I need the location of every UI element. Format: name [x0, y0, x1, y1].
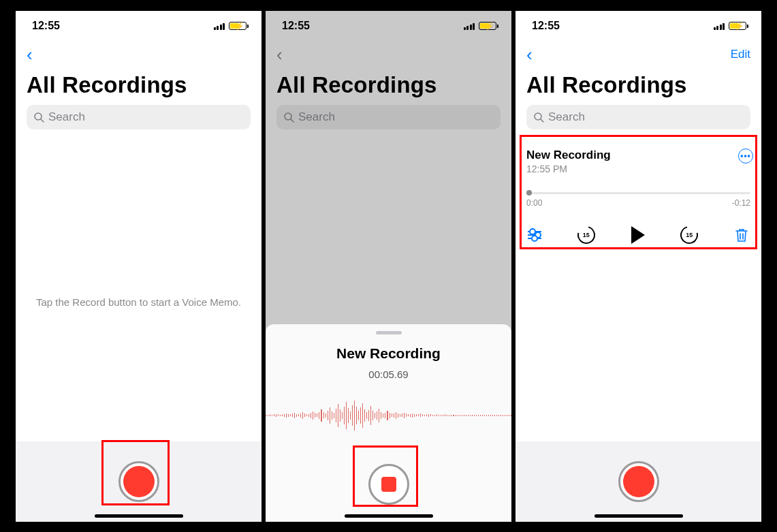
- search-placeholder: Search: [298, 110, 335, 124]
- annotation-highlight: [353, 445, 418, 507]
- home-indicator[interactable]: [594, 514, 683, 518]
- status-bar: 12:55 ⚡: [266, 11, 511, 41]
- page-title: All Recordings: [516, 68, 761, 105]
- waveform-icon: [266, 398, 511, 433]
- home-indicator[interactable]: [345, 514, 433, 518]
- page-title: All Recordings: [16, 68, 261, 105]
- record-bar: [516, 441, 761, 522]
- status-time: 12:55: [532, 20, 560, 32]
- cellular-signal-icon: [464, 22, 475, 30]
- search-icon: [283, 112, 294, 123]
- svg-line-3: [291, 119, 294, 122]
- search-input[interactable]: Search: [276, 105, 501, 129]
- annotation-highlight: [101, 440, 170, 505]
- record-start-icon: [623, 466, 654, 497]
- search-placeholder: Search: [548, 110, 585, 124]
- status-right: ⚡: [714, 22, 747, 30]
- edit-button[interactable]: Edit: [731, 48, 750, 61]
- nav-bar: ‹: [16, 41, 261, 68]
- search-icon: [33, 112, 44, 123]
- nav-bar: ‹: [266, 41, 511, 68]
- search-icon: [533, 112, 544, 123]
- screenshot-3: 12:55 ⚡ ‹ Edit All Recordings Search New…: [516, 11, 761, 522]
- nav-bar: ‹ Edit: [516, 41, 761, 68]
- status-bar: 12:55 ⚡: [516, 11, 761, 41]
- search-placeholder: Search: [48, 110, 85, 124]
- battery-icon: ⚡: [479, 22, 496, 30]
- recording-timer: 00:05.69: [266, 369, 511, 380]
- back-chevron-icon[interactable]: ‹: [526, 46, 533, 63]
- battery-icon: ⚡: [729, 22, 746, 30]
- page-title: All Recordings: [266, 68, 511, 105]
- empty-state-hint: Tap the Record button to start a Voice M…: [16, 296, 261, 308]
- screenshot-2: 12:55 ⚡ ‹ All Recordings Search New Reco…: [266, 11, 511, 522]
- status-bar: 12:55 ⚡: [16, 11, 261, 41]
- annotation-highlight: [520, 135, 757, 249]
- sheet-grabber[interactable]: [376, 331, 402, 334]
- back-chevron-icon[interactable]: ‹: [27, 46, 33, 63]
- cellular-signal-icon: [214, 22, 225, 30]
- screenshot-1: 12:55 ⚡ ‹ All Recordings Search Tap the …: [16, 11, 261, 522]
- svg-line-1: [41, 119, 44, 122]
- battery-icon: ⚡: [229, 22, 247, 30]
- status-time: 12:55: [282, 20, 310, 32]
- cellular-signal-icon: [714, 22, 725, 30]
- recording-title: New Recording: [266, 345, 511, 362]
- search-input[interactable]: Search: [526, 105, 750, 129]
- record-button[interactable]: [618, 461, 659, 502]
- svg-line-5: [541, 119, 543, 122]
- back-chevron-icon[interactable]: ‹: [276, 46, 283, 63]
- status-right: ⚡: [214, 22, 247, 30]
- home-indicator[interactable]: [95, 514, 183, 518]
- search-input[interactable]: Search: [27, 105, 251, 129]
- status-right: ⚡: [464, 22, 497, 30]
- status-time: 12:55: [32, 20, 60, 32]
